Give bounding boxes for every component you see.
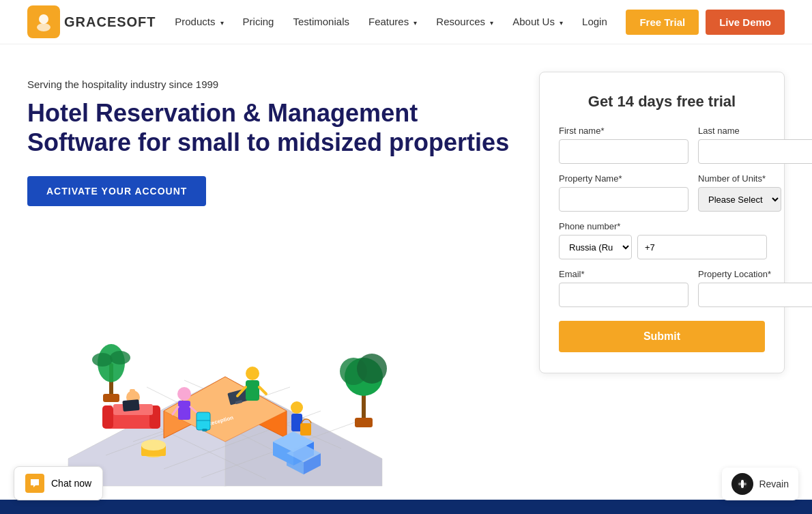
submit-button[interactable]: Submit — [559, 321, 765, 352]
svg-point-19 — [246, 367, 259, 380]
logo-icon — [27, 5, 60, 38]
phone-country-select[interactable]: Russia (Ru — [559, 235, 632, 259]
first-name-group: First name* — [559, 126, 688, 164]
svg-rect-63 — [738, 483, 746, 485]
property-name-input[interactable] — [559, 187, 688, 212]
svg-line-22 — [259, 387, 266, 394]
nav-item-testimonials[interactable]: Testimonials — [293, 16, 349, 28]
nav-item-products[interactable]: Products ▾ — [175, 16, 223, 28]
email-group: Email* — [559, 269, 688, 307]
products-caret: ▾ — [220, 19, 224, 27]
svg-point-42 — [92, 353, 113, 367]
revain-icon — [731, 473, 753, 495]
svg-rect-39 — [122, 399, 139, 412]
nav-item-login[interactable]: Login — [582, 16, 607, 28]
last-name-label: Last name — [698, 126, 812, 136]
hero-subtitle: Serving the hospitality industry since 1… — [27, 78, 525, 90]
revain-label: Revain — [759, 479, 789, 489]
nav-item-pricing[interactable]: Pricing — [243, 16, 274, 28]
number-of-units-group: Number of Units* Please Select 1-10 11-2… — [698, 173, 781, 212]
nav-item-resources[interactable]: Resources ▾ — [436, 16, 493, 28]
resources-caret: ▾ — [490, 19, 493, 27]
svg-rect-29 — [202, 429, 207, 431]
svg-rect-32 — [300, 423, 311, 436]
hero-content: Serving the hospitality industry since 1… — [27, 72, 525, 500]
navbar: GRACESOFT Products ▾ Pricing Testimonial… — [0, 0, 812, 44]
last-name-group: Last name — [698, 126, 812, 164]
property-name-group: Property Name* — [559, 173, 688, 212]
svg-point-49 — [357, 354, 387, 384]
free-trial-button[interactable]: Free Trial — [626, 10, 699, 35]
email-label: Email* — [559, 269, 688, 279]
svg-rect-51 — [355, 418, 373, 427]
footer: 🏆 ⚙ — [0, 500, 812, 514]
svg-rect-20 — [246, 380, 259, 401]
hotel-scene-svg: Reception — [27, 240, 423, 500]
svg-point-23 — [177, 387, 191, 401]
activate-account-button[interactable]: ACTIVATE YOUR ACCOUNT — [27, 176, 206, 206]
live-demo-button[interactable]: Live Demo — [706, 10, 785, 35]
revain-widget[interactable]: Revain — [722, 468, 798, 500]
number-of-units-select[interactable]: Please Select 1-10 11-25 26-50 51-100 10… — [698, 187, 781, 212]
form-title: Get 14 days free trial — [559, 93, 765, 111]
svg-point-43 — [110, 351, 130, 365]
svg-rect-24 — [178, 401, 190, 420]
phone-group: Phone number* Russia (Ru — [559, 221, 765, 259]
logo-text: GRACESOFT — [64, 14, 156, 30]
svg-point-1 — [39, 14, 48, 24]
about-caret: ▾ — [560, 19, 563, 27]
name-row: First name* Last name — [559, 126, 765, 164]
svg-rect-45 — [103, 394, 119, 402]
chat-label: Chat now — [51, 478, 91, 489]
first-name-input[interactable] — [559, 139, 688, 164]
features-caret: ▾ — [414, 19, 417, 27]
phone-number-input[interactable] — [637, 235, 767, 259]
email-location-row: Email* Property Location* — [559, 269, 765, 307]
svg-rect-27 — [197, 412, 210, 430]
chat-icon — [25, 474, 44, 493]
hero-illustration: Reception — [27, 240, 423, 500]
property-row: Property Name* Number of Units* Please S… — [559, 173, 765, 212]
phone-label: Phone number* — [559, 221, 765, 231]
email-input[interactable] — [559, 283, 688, 307]
svg-point-2 — [37, 23, 50, 31]
hero-title: Hotel Reservation & Management Software … — [27, 98, 525, 157]
nav-links: Products ▾ Pricing Testimonials Features… — [175, 16, 607, 28]
property-name-label: Property Name* — [559, 173, 688, 184]
nav-actions: Free Trial Live Demo — [626, 10, 785, 35]
signup-form-card: Get 14 days free trial First name* Last … — [539, 72, 785, 373]
property-location-group: Property Location* — [698, 269, 812, 307]
svg-rect-35 — [102, 405, 113, 429]
number-of-units-label: Number of Units* — [698, 173, 781, 184]
chat-widget[interactable]: Chat now — [14, 466, 103, 500]
hero-section: Serving the hospitality industry since 1… — [0, 44, 812, 500]
first-name-label: First name* — [559, 126, 688, 136]
property-location-input[interactable] — [698, 283, 812, 307]
nav-item-about[interactable]: About Us ▾ — [512, 16, 563, 28]
logo[interactable]: GRACESOFT — [27, 5, 156, 38]
last-name-input[interactable] — [698, 139, 812, 164]
phone-row: Russia (Ru — [559, 235, 765, 259]
svg-point-60 — [141, 440, 166, 451]
svg-point-30 — [291, 401, 303, 414]
nav-item-features[interactable]: Features ▾ — [368, 16, 417, 28]
property-location-label: Property Location* — [698, 269, 812, 279]
